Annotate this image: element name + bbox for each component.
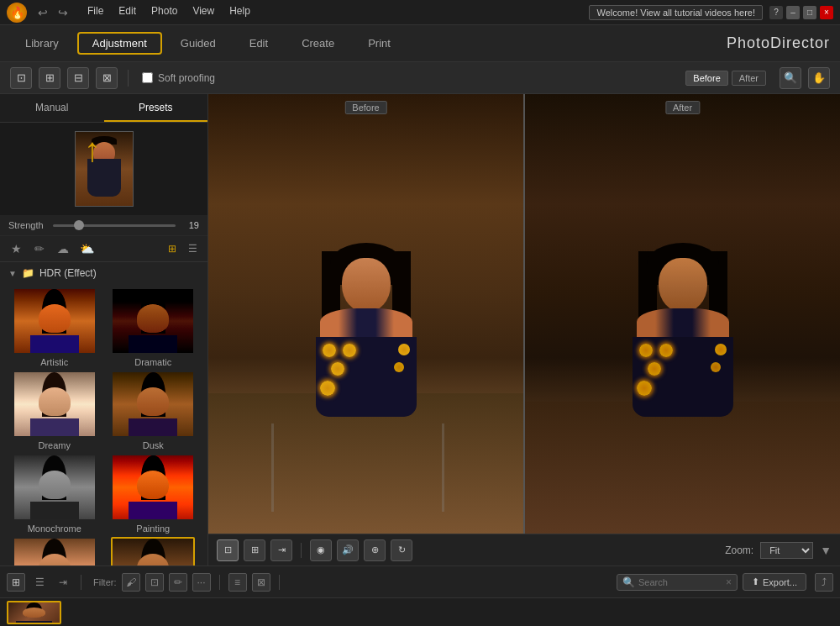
tutorial-banner[interactable]: Welcome! View all tutorial videos here!	[589, 5, 763, 20]
preset-toolbar: ★ ✏ ☁ ⛅ ⊞ ☰	[0, 236, 207, 262]
brush-icon[interactable]: ✏	[30, 239, 49, 258]
list-view-btn[interactable]: ☰	[30, 573, 49, 592]
preset-list: ▼ 📁 HDR (Effect) Artistic	[0, 262, 207, 566]
preset-item-dramatic[interactable]: Dramatic	[106, 287, 202, 367]
straighten-button[interactable]: ⊞	[244, 539, 265, 561]
tab-library[interactable]: Library	[10, 32, 74, 55]
after-label[interactable]: After	[732, 71, 766, 86]
adjust-btn[interactable]: ⊕	[364, 539, 386, 561]
tab-guided[interactable]: Guided	[165, 32, 231, 55]
favorite-icon[interactable]: ★	[7, 239, 25, 258]
sound-btn[interactable]: 🔊	[337, 539, 359, 561]
tab-presets[interactable]: Presets	[104, 94, 208, 122]
sort-btn[interactable]: ≡	[228, 573, 247, 592]
redo-button[interactable]: ↪	[54, 3, 72, 22]
rotate-btn[interactable]: ⊠	[252, 573, 270, 592]
crop-button[interactable]: ⊡	[217, 539, 239, 561]
view-compare-button[interactable]: ⊞	[39, 67, 60, 89]
preset-img-artistic	[14, 289, 95, 353]
preset-item-pale[interactable]: Pale	[7, 537, 102, 566]
menu-view[interactable]: View	[186, 3, 221, 22]
tab-edit[interactable]: Edit	[234, 32, 283, 55]
undo-redo-group: ↩ ↪	[34, 3, 72, 22]
preset-thumb-realistic	[111, 537, 195, 566]
filmstrip-thumb-1[interactable]	[7, 601, 61, 624]
filter-box-btn[interactable]: ⊡	[145, 573, 164, 592]
title-bar-right: Welcome! View all tutorial videos here! …	[589, 5, 833, 20]
thumb-view-btn[interactable]: ⊞	[7, 573, 25, 592]
export-label: Export...	[763, 577, 797, 587]
zoom-dropdown-icon[interactable]: ▼	[820, 544, 832, 557]
export-list-btn[interactable]: ⇥	[54, 573, 72, 592]
grid-view-button[interactable]: ⊞	[164, 240, 181, 257]
film-sep3	[279, 575, 280, 590]
preset-label-dusk: Dusk	[143, 440, 164, 450]
before-photo	[208, 94, 523, 534]
tab-adjustment[interactable]: Adjustment	[77, 32, 162, 55]
tab-print[interactable]: Print	[353, 32, 406, 55]
arrow-indicator: ↑	[84, 131, 101, 169]
preset-thumb-artistic	[13, 287, 97, 355]
view-grid-button[interactable]: ⊟	[67, 67, 89, 89]
preset-label-dramatic: Dramatic	[134, 357, 171, 367]
soft-proofing-checkbox[interactable]	[142, 72, 153, 83]
preset-thumb-painting	[111, 454, 195, 521]
filter-brush-btn[interactable]: 🖌	[122, 573, 140, 592]
preset-item-dreamy[interactable]: Dreamy	[7, 371, 102, 450]
preset-img-monochrome	[14, 455, 95, 519]
before-label[interactable]: Before	[685, 71, 727, 86]
maximize-button[interactable]: □	[803, 6, 816, 19]
preset-item-monochrome[interactable]: Monochrome	[7, 454, 102, 534]
preview-area: ↑	[0, 123, 207, 215]
title-bar: 🔥 ↩ ↪ File Edit Photo View Help Welcome!…	[0, 0, 840, 25]
bottom-toolbar: ⊡ ⊞ ⇥ ◉ 🔊 ⊕ ↻ Zoom: Fit 25% 50% 100% 200…	[208, 534, 840, 566]
export-bottom-button[interactable]: ⇥	[270, 539, 292, 561]
after-photo	[525, 94, 840, 534]
search-clear-button[interactable]: ×	[726, 576, 732, 588]
nav-bar: Library Adjustment Guided Edit Create Pr…	[0, 25, 840, 62]
before-image: Before	[208, 94, 523, 534]
cloud2-icon[interactable]: ⛅	[77, 239, 96, 258]
status-bar: ⊞ ☰ ⇥ Filter: 🖌 ⊡ ✏ ··· ≡ ⊠ 🔍 × ⬆ Export…	[0, 566, 840, 626]
main-layout: Manual Presets ↑ Strength 19 ★ ✏ ☁	[0, 94, 840, 566]
filter-pen-btn[interactable]: ✏	[169, 573, 187, 592]
list-view-button[interactable]: ☰	[184, 240, 201, 257]
tab-manual[interactable]: Manual	[0, 94, 104, 122]
help-button[interactable]: ?	[769, 6, 783, 19]
nav-tabs: Library Adjustment Guided Edit Create Pr…	[10, 32, 727, 55]
main-content: Before	[208, 94, 840, 566]
menu-photo[interactable]: Photo	[144, 3, 184, 22]
close-button[interactable]: ×	[820, 6, 833, 19]
menu-help[interactable]: Help	[223, 3, 257, 22]
view-single-button[interactable]: ⊡	[10, 67, 32, 89]
strength-slider[interactable]	[53, 224, 176, 227]
minimize-button[interactable]: –	[786, 6, 800, 19]
circle-btn[interactable]: ◉	[310, 539, 332, 561]
undo-button[interactable]: ↩	[34, 3, 52, 22]
soft-proofing-label: Soft proofing	[158, 72, 215, 84]
search-toolbar-button[interactable]: 🔍	[780, 67, 801, 89]
preset-item-artistic[interactable]: Artistic	[7, 287, 102, 367]
category-icon: 📁	[22, 267, 34, 279]
export-button[interactable]: ⬆ Export...	[743, 573, 806, 591]
preset-label-dreamy: Dreamy	[38, 440, 71, 450]
preset-item-painting[interactable]: Painting	[106, 454, 202, 534]
tab-create[interactable]: Create	[286, 32, 349, 55]
preset-item-dusk[interactable]: Dusk	[106, 371, 202, 450]
share-button[interactable]: ⤴	[815, 573, 833, 592]
filter-label: Filter:	[93, 577, 117, 587]
preset-item-realistic[interactable]: Realistic	[106, 537, 202, 566]
cloud-icon[interactable]: ☁	[54, 239, 72, 258]
sync-btn[interactable]: ↻	[391, 539, 412, 561]
preset-img-pale	[14, 539, 95, 566]
menu-file[interactable]: File	[81, 3, 110, 22]
hand-tool-button[interactable]: ✋	[808, 67, 830, 89]
view-full-button[interactable]: ⊠	[96, 67, 118, 89]
zoom-select[interactable]: Fit 25% 50% 100% 200%	[760, 542, 813, 559]
filter-more-btn[interactable]: ···	[192, 573, 211, 592]
search-box: 🔍 ×	[617, 574, 738, 591]
preset-grid: Artistic Dramatic	[0, 284, 207, 566]
search-input[interactable]	[638, 577, 722, 587]
menu-edit[interactable]: Edit	[112, 3, 143, 22]
category-header-hdr[interactable]: ▼ 📁 HDR (Effect)	[0, 262, 207, 284]
